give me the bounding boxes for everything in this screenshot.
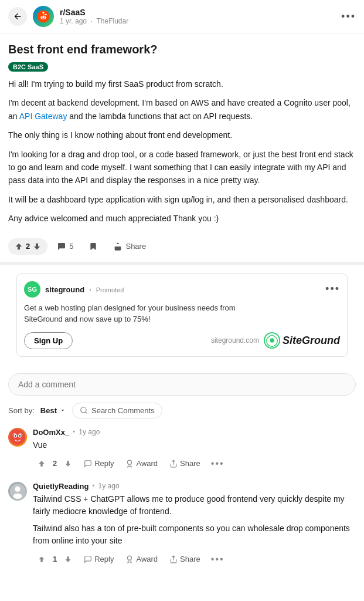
comment-1-more-button[interactable]: ••• (207, 456, 228, 471)
svg-point-13 (15, 435, 16, 437)
search-comments-button[interactable]: Search Comments (72, 403, 162, 418)
comment-1: DoOmXx_ • 1y ago Vue 2 Reply (8, 428, 356, 471)
comments-button[interactable]: 5 (51, 238, 79, 255)
vote-button[interactable]: 2 (8, 238, 47, 255)
svg-point-19 (128, 556, 132, 560)
comment-2-actions: 1 Reply Award Share ••• (33, 552, 356, 567)
sort-value: Best (40, 406, 57, 415)
subreddit-name: r/SaaS (60, 8, 128, 17)
comment-2-author[interactable]: QuietlyReading (33, 482, 89, 491)
ad-body-line2: SiteGround and now save up to 75%! (24, 315, 150, 323)
ad-header-left: SG siteground · Promoted (24, 281, 124, 298)
comments-count: 5 (69, 242, 73, 251)
svg-point-15 (128, 460, 132, 464)
comment-2-meta: QuietlyReading • 1y ago (33, 482, 356, 491)
ad-name: siteground (45, 285, 84, 294)
ad-body: Get a web hosting plan designed for your… (24, 302, 340, 325)
upvote-count: 2 (26, 242, 30, 251)
comment-1-reply-label: Reply (94, 459, 114, 468)
post-para-4: I'm looking for a drag and drop tool, or… (8, 148, 356, 187)
svg-point-18 (13, 493, 22, 498)
ad-branding: siteground.com SiteGround (211, 332, 340, 349)
comment-2-share-label: Share (180, 555, 200, 563)
comment-2-dot: • (92, 482, 94, 490)
comment-2-downvote[interactable] (59, 553, 77, 566)
sort-select[interactable]: Best (40, 406, 66, 415)
comment-2-reply-button[interactable]: Reply (79, 552, 118, 566)
svg-point-7 (270, 338, 274, 342)
ad-container: SG siteground · Promoted ••• Get a web h… (16, 274, 348, 357)
comment-2-para-2: Tailwind also has a ton of pre-built com… (33, 522, 356, 547)
time-ago: 1 yr. ago (60, 17, 87, 25)
siteground-text: SiteGround (283, 335, 340, 347)
siteground-logo: SiteGround (264, 332, 340, 349)
header: r/SaaS 1 yr. ago · TheFludar ••• (0, 0, 364, 33)
comment-1-downvote[interactable] (59, 457, 77, 470)
save-button[interactable] (83, 238, 104, 255)
comment-1-share-label: Share (180, 459, 200, 468)
post-body: Hi all! I'm trying to build my first Saa… (8, 77, 356, 225)
post-para-5: It will be a dashboard type application … (8, 193, 356, 206)
post-title: Best front end framework? (8, 42, 356, 57)
svg-point-5 (42, 12, 44, 13)
add-comment-input[interactable] (8, 373, 356, 396)
comment-2-award-label: Award (136, 555, 158, 563)
comment-1-text: Vue (33, 439, 356, 451)
comment-1-right: DoOmXx_ • 1y ago Vue 2 Reply (33, 428, 356, 471)
comment-1-author[interactable]: DoOmXx_ (33, 428, 69, 437)
svg-point-10 (10, 429, 25, 444)
post-para-3: The only thing is I know nothing about f… (8, 129, 356, 141)
comment-2-award-button[interactable]: Award (121, 552, 162, 566)
comment-2-upvote[interactable] (33, 553, 50, 566)
comment-2-para-1: Tailwind CSS + ChatGPT allows me to prod… (33, 493, 356, 518)
ad-body-text: Get a web hosting plan designed for your… (24, 303, 236, 324)
svg-point-4 (45, 14, 47, 16)
back-button[interactable] (8, 7, 27, 26)
comment-1-upvote[interactable] (33, 457, 50, 470)
ad-brand-icon: SG (24, 281, 40, 298)
post-para-6: Any advice welcomed and much appreciated… (8, 212, 356, 225)
comment-2-upvote-count: 1 (53, 555, 57, 563)
svg-point-3 (44, 16, 45, 18)
sort-bar: Sort by: Best Search Comments (8, 403, 356, 418)
ad-header: SG siteground · Promoted ••• (24, 281, 340, 298)
post-flair[interactable]: B2C SaaS (8, 62, 48, 72)
svg-point-8 (81, 407, 86, 413)
comment-2-time: 1y ago (98, 482, 120, 490)
sort-label: Sort by: (8, 406, 35, 415)
post-container: Best front end framework? B2C SaaS Hi al… (0, 33, 364, 225)
svg-line-9 (86, 412, 87, 414)
comment-2-avatar (8, 482, 27, 501)
sign-up-button[interactable]: Sign Up (24, 332, 73, 349)
username: TheFludar (96, 17, 128, 25)
ad-body-line1: Get a web hosting plan designed for your… (24, 303, 236, 312)
comment-section: Sort by: Best Search Comments (0, 365, 364, 586)
comment-1-reply-button[interactable]: Reply (79, 457, 118, 470)
post-actions: 2 5 Share (0, 231, 364, 265)
svg-point-14 (19, 435, 21, 437)
header-left: r/SaaS 1 yr. ago · TheFludar (8, 6, 128, 27)
comment-1-award-button[interactable]: Award (121, 457, 162, 470)
ad-name-area: siteground · Promoted (45, 285, 124, 294)
post-para-1: Hi all! I'm trying to build my first Saa… (8, 77, 356, 90)
comment-1-time: 1y ago (79, 428, 100, 436)
svg-point-2 (42, 16, 43, 18)
comment-2-share-button[interactable]: Share (165, 552, 205, 566)
comment-2-more-button[interactable]: ••• (207, 552, 228, 567)
comment-1-actions: 2 Reply Award Share ••• (33, 456, 356, 471)
comment-1-dot: • (73, 428, 75, 436)
more-options-button[interactable]: ••• (341, 11, 356, 23)
share-button[interactable]: Share (107, 238, 152, 255)
ad-more-button[interactable]: ••• (325, 283, 340, 295)
header-meta: 1 yr. ago · TheFludar (60, 17, 128, 25)
comment-2-text: Tailwind CSS + ChatGPT allows me to prod… (33, 493, 356, 547)
ad-promoted-label: Promoted (96, 286, 124, 293)
comment-1-award-label: Award (136, 459, 158, 468)
subreddit-icon (33, 6, 54, 27)
comment-1-share-button[interactable]: Share (165, 457, 205, 470)
header-info: r/SaaS 1 yr. ago · TheFludar (60, 8, 128, 25)
ad-url: siteground.com (211, 336, 259, 345)
ad-footer: Sign Up siteground.com SiteGround (24, 332, 340, 349)
comment-2-reply-label: Reply (94, 555, 114, 563)
api-gateway-link[interactable]: API Gateway (19, 112, 67, 121)
